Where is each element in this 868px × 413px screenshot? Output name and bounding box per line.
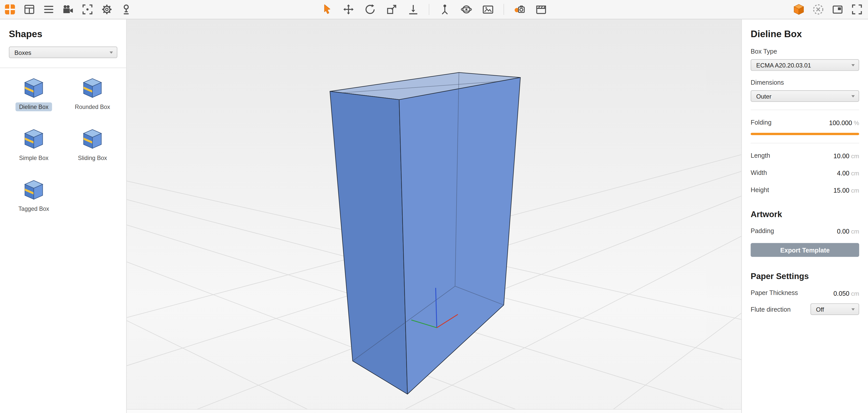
width-row: Width 4.00cm	[751, 168, 859, 178]
folding-value[interactable]: 100.000	[829, 120, 852, 126]
box-icon	[22, 128, 46, 150]
width-label: Width	[751, 169, 767, 176]
toolbar-separator	[429, 4, 429, 15]
flute-direction-row: Flute direction Off	[751, 303, 859, 315]
folding-slider[interactable]	[751, 133, 859, 135]
shape-grid: Dieline Box Rounded Box Simple Box Slidi…	[0, 68, 126, 222]
flute-direction-label: Flute direction	[751, 306, 790, 312]
inspector-panel: Dieline Box Box Type ECMA A20.20.03.01 D…	[741, 20, 868, 413]
add-shape-icon	[5, 4, 16, 15]
frame-icon[interactable]	[832, 3, 844, 15]
panel-title: Dieline Box	[751, 29, 859, 40]
toolbar-left-group	[0, 3, 132, 15]
flute-direction-value: Off	[816, 306, 824, 312]
padding-row: Padding 0.00cm	[751, 226, 859, 236]
sidebar-title: Shapes	[0, 20, 126, 46]
dimensions-value: Outer	[756, 93, 771, 99]
shape-item-tagged-box[interactable]: Tagged Box	[5, 179, 63, 213]
padding-value[interactable]: 0.00	[837, 228, 849, 234]
shape-item-dieline-box[interactable]: Dieline Box	[5, 77, 63, 111]
folding-row: Folding 100.000%	[751, 117, 859, 127]
shape-item-rounded-box[interactable]: Rounded Box	[63, 77, 122, 111]
shape-category-select[interactable]: Boxes	[9, 46, 117, 58]
chevron-down-icon	[851, 95, 855, 98]
main-toolbar	[0, 0, 868, 20]
box-type-value: ECMA A20.20.03.01	[756, 62, 811, 68]
paper-thickness-unit: cm	[851, 290, 859, 297]
width-unit: cm	[851, 170, 859, 177]
height-row: Height 15.00cm	[751, 185, 859, 195]
toolbar-center-group	[321, 0, 547, 19]
toolbar-right-group	[793, 3, 868, 15]
box-icon	[22, 179, 46, 201]
dimensions-select[interactable]: Outer	[751, 90, 859, 102]
height-unit: cm	[851, 187, 859, 194]
menu-icon[interactable]	[43, 3, 55, 15]
video-camera-icon[interactable]	[62, 3, 74, 15]
padding-label: Padding	[751, 227, 774, 234]
shape-library-icon[interactable]	[23, 3, 35, 15]
add-shape-button[interactable]	[4, 3, 16, 15]
image-tool-icon[interactable]	[482, 3, 494, 15]
viewfinder-icon[interactable]	[82, 3, 94, 15]
padding-unit: cm	[851, 228, 859, 234]
orbit-tool-icon[interactable]	[460, 3, 472, 15]
length-row: Length 10.00cm	[751, 151, 859, 160]
shape-category-value: Boxes	[14, 49, 31, 56]
shape-item-label: Dieline Box	[16, 102, 52, 111]
app-window: Shapes Boxes Dieline Box	[0, 0, 868, 413]
light-stand-tool-icon[interactable]	[439, 3, 451, 15]
divider	[751, 143, 859, 143]
render-cube-icon[interactable]	[793, 3, 805, 15]
box-icon	[81, 77, 105, 99]
shape-item-label: Tagged Box	[15, 204, 53, 213]
paper-thickness-row: Paper Thickness 0.050cm	[751, 288, 859, 298]
box-icon	[81, 128, 105, 150]
shapes-sidebar: Shapes Boxes Dieline Box	[0, 20, 127, 413]
chevron-down-icon	[851, 64, 855, 66]
dimensions-label: Dimensions	[751, 79, 859, 86]
artwork-section-title: Artwork	[751, 209, 859, 219]
paper-settings-section-title: Paper Settings	[751, 271, 859, 281]
viewport-bottom-bar[interactable]	[127, 409, 741, 413]
width-value[interactable]: 4.00	[837, 170, 849, 177]
paper-thickness-value[interactable]: 0.050	[833, 290, 849, 297]
shape-item-label: Sliding Box	[74, 153, 110, 162]
chevron-down-icon	[110, 52, 113, 54]
shape-item-label: Simple Box	[16, 153, 52, 162]
shape-item-sliding-box[interactable]: Sliding Box	[63, 128, 122, 162]
chevron-down-icon	[851, 308, 855, 311]
rotate-tool-icon[interactable]	[364, 3, 376, 15]
select-tool-icon[interactable]	[321, 3, 333, 15]
toolbar-separator	[503, 4, 504, 15]
export-template-button[interactable]: Export Template	[751, 243, 859, 257]
paper-thickness-label: Paper Thickness	[751, 289, 798, 296]
fullscreen-icon[interactable]	[851, 3, 863, 15]
settings-gear-icon[interactable]	[101, 3, 113, 15]
clapperboard-tool-icon[interactable]	[535, 3, 547, 15]
scene-canvas[interactable]	[127, 20, 741, 413]
length-unit: cm	[851, 153, 859, 159]
box-type-label: Box Type	[751, 48, 859, 55]
box-icon	[22, 77, 46, 99]
folding-label: Folding	[751, 119, 772, 126]
shape-item-simple-box[interactable]: Simple Box	[5, 128, 63, 162]
scale-tool-icon[interactable]	[385, 3, 398, 15]
shape-item-label: Rounded Box	[71, 102, 114, 111]
length-value[interactable]: 10.00	[833, 153, 849, 159]
height-label: Height	[751, 187, 769, 193]
length-label: Length	[751, 152, 770, 159]
drop-tool-icon[interactable]	[407, 3, 419, 15]
move-tool-icon[interactable]	[342, 3, 354, 15]
dieline-box-3d[interactable]	[330, 72, 520, 394]
folding-unit: %	[854, 120, 859, 126]
flute-direction-select[interactable]: Off	[810, 303, 859, 315]
viewport-3d[interactable]	[127, 20, 741, 413]
divider	[751, 110, 859, 110]
snapshot-tool-icon[interactable]	[514, 3, 526, 15]
light-icon[interactable]	[120, 3, 132, 15]
box-type-select[interactable]: ECMA A20.20.03.01	[751, 59, 859, 71]
offline-indicator-icon[interactable]	[812, 3, 824, 15]
height-value[interactable]: 15.00	[833, 187, 849, 194]
